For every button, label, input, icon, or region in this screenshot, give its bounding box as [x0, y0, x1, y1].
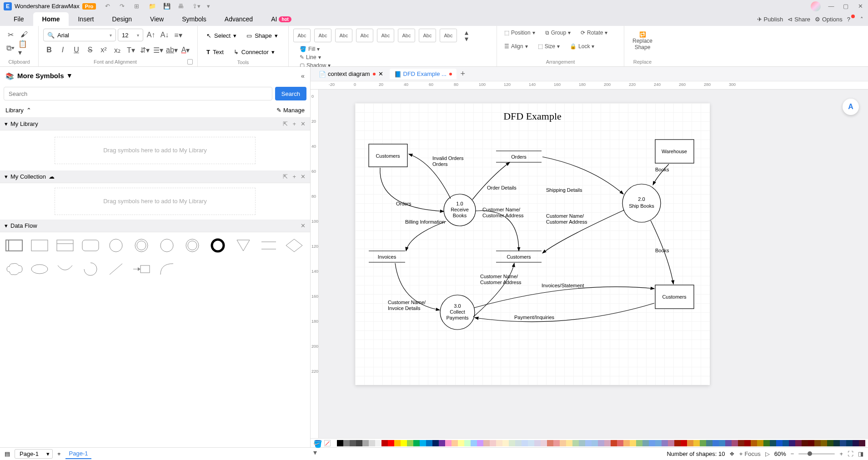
- color-swatch[interactable]: [802, 440, 808, 446]
- shape-circle2[interactable]: [157, 237, 176, 254]
- color-swatch[interactable]: [413, 440, 420, 446]
- zoom-slider[interactable]: [798, 453, 835, 455]
- color-swatch[interactable]: [381, 440, 388, 446]
- zoom-out-icon[interactable]: −: [791, 450, 794, 457]
- chevron-down-icon[interactable]: ▾: [68, 71, 71, 80]
- color-swatch[interactable]: [833, 440, 840, 446]
- color-swatch[interactable]: [604, 440, 611, 446]
- redo-icon[interactable]: ↷: [120, 3, 127, 10]
- menu-ai[interactable]: AIhot: [262, 12, 301, 26]
- color-swatch[interactable]: [522, 440, 528, 446]
- color-swatch[interactable]: [585, 440, 592, 446]
- close-icon[interactable]: ✕: [856, 2, 864, 10]
- decrease-font-icon[interactable]: A↓: [159, 29, 171, 41]
- my-collection-dropzone[interactable]: Drag symbols here to add to My Library: [55, 188, 256, 215]
- data-flow-header[interactable]: ▾ Data Flow ✕: [0, 220, 310, 232]
- font-size-select[interactable]: 12▾: [118, 29, 143, 41]
- maximize-icon[interactable]: ▢: [842, 2, 850, 10]
- fill-bucket-icon[interactable]: 🪣▾: [313, 440, 321, 447]
- color-swatch[interactable]: [337, 440, 343, 446]
- shape-diamond[interactable]: [285, 237, 304, 254]
- color-swatch[interactable]: [343, 440, 350, 446]
- color-swatch[interactable]: [407, 440, 413, 446]
- color-swatch[interactable]: [795, 440, 802, 446]
- shape-double-circle[interactable]: [132, 237, 151, 254]
- open-icon[interactable]: 📁: [149, 3, 156, 10]
- canvas-scroll[interactable]: DFD Example Customers Warehouse Customer…: [319, 90, 868, 438]
- superscript-icon[interactable]: x²: [98, 44, 110, 56]
- color-swatch[interactable]: [744, 440, 751, 446]
- layers-icon[interactable]: ❖: [729, 450, 735, 457]
- style-preset-5[interactable]: Abc: [377, 29, 394, 42]
- color-swatch[interactable]: [502, 440, 509, 446]
- subscript-icon[interactable]: x₂: [111, 44, 123, 56]
- color-swatch[interactable]: [490, 440, 496, 446]
- undo-icon[interactable]: ↶: [105, 3, 112, 10]
- focus-button[interactable]: ⌖Focus: [739, 450, 760, 458]
- align-icon[interactable]: ≡▾: [172, 29, 184, 41]
- color-swatch[interactable]: [738, 440, 744, 446]
- shape-round-rect[interactable]: [81, 237, 100, 254]
- user-avatar[interactable]: [811, 1, 821, 11]
- color-swatch[interactable]: [432, 440, 439, 446]
- color-swatch[interactable]: [725, 440, 732, 446]
- color-swatch[interactable]: [445, 440, 452, 446]
- presentation-icon[interactable]: ▷: [765, 450, 770, 457]
- shape-arc-down[interactable]: [55, 260, 75, 278]
- style-preset-8[interactable]: Abc: [440, 29, 457, 42]
- color-swatch[interactable]: [611, 440, 617, 446]
- collapse-ribbon-icon[interactable]: ˄: [860, 16, 863, 23]
- color-swatch[interactable]: [642, 440, 649, 446]
- color-swatch[interactable]: [636, 440, 642, 446]
- shape-arrow-rect[interactable]: [132, 260, 151, 278]
- align-button[interactable]: ☰Align▾: [502, 42, 531, 50]
- color-swatch[interactable]: [369, 440, 375, 446]
- collapse-panel-icon[interactable]: «: [301, 72, 305, 80]
- shape-line[interactable]: [106, 260, 125, 278]
- properties-panel-icon[interactable]: ◨: [858, 450, 863, 457]
- qat-more-icon[interactable]: ▾: [207, 3, 214, 10]
- rotate-button[interactable]: ⟳Rotate▾: [578, 29, 610, 37]
- print-icon[interactable]: 🖶: [178, 3, 185, 10]
- ai-assistant-button[interactable]: A: [843, 99, 859, 115]
- shape-circle[interactable]: [106, 237, 125, 254]
- minimize-icon[interactable]: —: [827, 2, 835, 10]
- color-swatch[interactable]: [579, 440, 585, 446]
- color-swatch[interactable]: [388, 440, 394, 446]
- my-library-header[interactable]: ▾ My Library ⇱ + ✕: [0, 118, 310, 130]
- add-lib-icon[interactable]: +: [292, 120, 296, 127]
- color-swatch[interactable]: [617, 440, 623, 446]
- size-button[interactable]: ⬚Size▾: [535, 42, 562, 50]
- color-swatch[interactable]: [662, 440, 668, 446]
- color-swatch[interactable]: [712, 440, 719, 446]
- color-swatch[interactable]: [401, 440, 407, 446]
- color-swatch[interactable]: [362, 440, 369, 446]
- underline-icon[interactable]: U: [70, 44, 82, 56]
- manage-button[interactable]: ✎Manage: [276, 107, 305, 114]
- color-swatch[interactable]: [420, 440, 426, 446]
- add-coll-icon[interactable]: +: [292, 173, 296, 180]
- style-preset-2[interactable]: Abc: [314, 29, 331, 42]
- color-swatch[interactable]: [515, 440, 522, 446]
- style-preset-6[interactable]: Abc: [398, 29, 415, 42]
- export-lib-icon[interactable]: ⇱: [283, 120, 288, 127]
- zoom-in-icon[interactable]: +: [839, 450, 843, 457]
- color-swatch[interactable]: [789, 440, 795, 446]
- font-launcher-icon[interactable]: [187, 59, 193, 65]
- my-collection-header[interactable]: ▾ My Collection ☁ ⇱ + ✕: [0, 170, 310, 183]
- close-tab-icon[interactable]: ✕: [378, 70, 383, 77]
- format-painter-icon[interactable]: 🖌: [18, 29, 30, 40]
- color-swatch[interactable]: [534, 440, 541, 446]
- symbol-search-button[interactable]: Search: [275, 87, 306, 100]
- doc-tab-2[interactable]: 📘 DFD Example ...: [390, 69, 457, 79]
- color-swatch[interactable]: [757, 440, 763, 446]
- color-swatch[interactable]: [732, 440, 738, 446]
- color-swatch[interactable]: [687, 440, 693, 446]
- style-preset-3[interactable]: Abc: [335, 29, 352, 42]
- help-button[interactable]: ?: [847, 16, 856, 23]
- color-swatch[interactable]: [566, 440, 572, 446]
- shape-ellipse[interactable]: [30, 260, 49, 278]
- select-tool[interactable]: ↖Select ▾: [202, 29, 241, 42]
- color-swatch[interactable]: [471, 440, 477, 446]
- color-swatch[interactable]: [439, 440, 445, 446]
